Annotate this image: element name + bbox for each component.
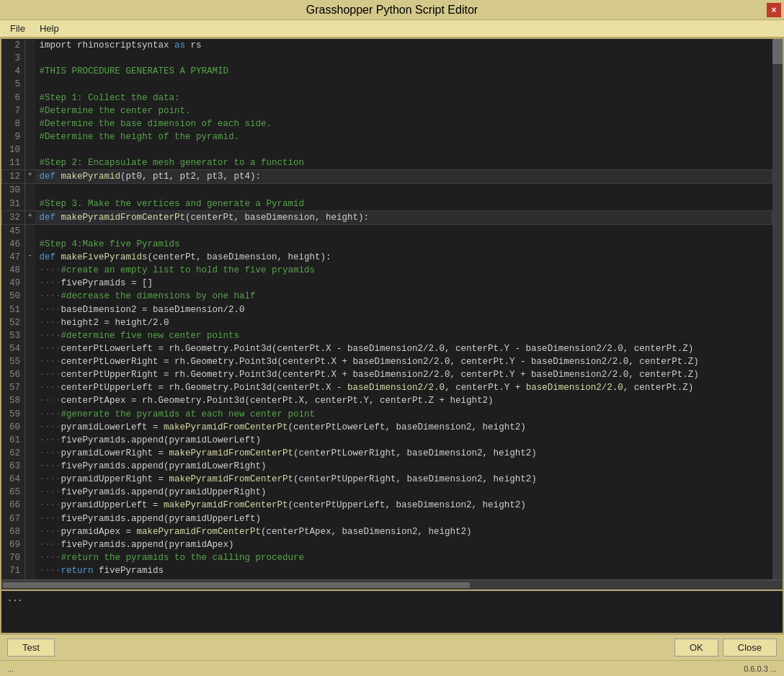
table-row: 46#Step 4:Make five Pyramids bbox=[2, 238, 772, 251]
fold-indicator bbox=[25, 238, 35, 251]
code-line bbox=[35, 143, 772, 156]
table-row: 64····pyramidUpperRight = makePyramidFro… bbox=[2, 473, 772, 486]
code-line: ····pyramidUpperLeft = makePyramidFromCe… bbox=[35, 499, 772, 512]
line-number: 47 bbox=[2, 251, 25, 264]
fold-indicator bbox=[25, 368, 35, 381]
code-line bbox=[35, 224, 772, 238]
fold-indicator[interactable]: + bbox=[25, 170, 35, 184]
line-number: 69 bbox=[2, 538, 25, 551]
fold-indicator bbox=[25, 355, 35, 368]
line-number: 6 bbox=[2, 92, 25, 104]
line-number: 70 bbox=[2, 551, 25, 564]
fold-indicator bbox=[25, 525, 35, 538]
fold-indicator bbox=[25, 473, 35, 486]
code-line bbox=[35, 52, 772, 65]
code-line: def makeFivePyramids(centerPt, baseDimen… bbox=[35, 251, 772, 264]
line-number: 11 bbox=[2, 156, 25, 170]
fold-indicator bbox=[25, 277, 35, 290]
title-bar: Grasshopper Python Script Editor × bbox=[0, 0, 784, 20]
line-number: 7 bbox=[2, 104, 25, 117]
fold-indicator bbox=[25, 447, 35, 460]
fold-indicator[interactable]: - bbox=[25, 251, 35, 264]
code-line bbox=[35, 577, 772, 579]
code-line: ····#generate the pyramids at each new c… bbox=[35, 408, 772, 421]
code-line: ····fivePyramids.append(pyramidUpperRigh… bbox=[35, 486, 772, 499]
fold-indicator bbox=[25, 104, 35, 117]
test-button[interactable]: Test bbox=[7, 639, 55, 657]
line-number: 68 bbox=[2, 525, 25, 538]
code-line: ····centerPtLowerLeft = rh.Geometry.Poin… bbox=[35, 342, 772, 355]
code-line: def makePyramid(pt0, pt1, pt2, pt3, pt4)… bbox=[35, 170, 772, 184]
code-line: ····pyramidLowerLeft = makePyramidFromCe… bbox=[35, 421, 772, 434]
table-row: 61····fivePyramids.append(pyramidLowerLe… bbox=[2, 434, 772, 447]
code-line: ····pyramidLowerRight = makePyramidFromC… bbox=[35, 447, 772, 460]
line-number: 63 bbox=[2, 460, 25, 473]
table-row: 68····pyramidApex = makePyramidFromCente… bbox=[2, 525, 772, 538]
table-row: 58····centerPtApex = rh.Geometry.Point3d… bbox=[2, 394, 772, 407]
table-row: 48····#create an empty list to hold the … bbox=[2, 264, 772, 277]
scrollbar-thumb[interactable] bbox=[772, 39, 783, 64]
fold-indicator bbox=[25, 460, 35, 473]
code-line: ····fivePyramids.append(pyramidLowerLeft… bbox=[35, 434, 772, 447]
status-right: 0.6.0.3 ... bbox=[744, 664, 777, 673]
window-title: Grasshopper Python Script Editor bbox=[306, 4, 478, 17]
fold-indicator[interactable]: + bbox=[25, 210, 35, 224]
h-thumb[interactable] bbox=[3, 582, 470, 588]
line-number: 72 bbox=[2, 577, 25, 579]
line-number: 66 bbox=[2, 499, 25, 512]
table-row: 69····fivePyramids.append(pyramidApex) bbox=[2, 538, 772, 551]
fold-indicator bbox=[25, 342, 35, 355]
menu-file[interactable]: File bbox=[3, 22, 32, 35]
line-number: 2 bbox=[2, 39, 25, 52]
line-number: 55 bbox=[2, 355, 25, 368]
table-row: 71····return fivePyramids bbox=[2, 564, 772, 577]
output-text: ... bbox=[7, 594, 23, 604]
code-line: import rhinoscriptsyntax as rs bbox=[35, 39, 772, 52]
right-buttons: OK Close bbox=[674, 639, 777, 657]
fold-indicator bbox=[25, 52, 35, 65]
table-row: 66····pyramidUpperLeft = makePyramidFrom… bbox=[2, 499, 772, 512]
table-row: 45 bbox=[2, 224, 772, 238]
status-bar: ... 0.6.0.3 ... bbox=[0, 660, 784, 676]
fold-indicator bbox=[25, 65, 35, 78]
window-close-button[interactable]: × bbox=[767, 3, 781, 17]
line-number: 9 bbox=[2, 130, 25, 143]
code-line: #Step 2: Encapsulate mesh generator to a… bbox=[35, 156, 772, 170]
fold-indicator bbox=[25, 512, 35, 525]
menu-help[interactable]: Help bbox=[32, 22, 66, 35]
close-button[interactable]: Close bbox=[723, 639, 777, 657]
line-number: 53 bbox=[2, 329, 25, 342]
vertical-scrollbar[interactable] bbox=[772, 39, 783, 579]
fold-indicator bbox=[25, 117, 35, 130]
line-number: 31 bbox=[2, 197, 25, 211]
table-row: 72 bbox=[2, 577, 772, 579]
code-line: def makePyramidFromCenterPt(centerPt, ba… bbox=[35, 210, 772, 224]
line-number: 49 bbox=[2, 277, 25, 290]
code-line: #Step 3. Make the vertices and generate … bbox=[35, 197, 772, 211]
line-number: 48 bbox=[2, 264, 25, 277]
line-number: 56 bbox=[2, 368, 25, 381]
table-row: 51····baseDimension2 = baseDimension/2.0 bbox=[2, 303, 772, 316]
code-line: ····centerPtUpperLeft = rh.Geometry.Poin… bbox=[35, 381, 772, 394]
table-row: 2import rhinoscriptsyntax as rs bbox=[2, 39, 772, 52]
line-number: 54 bbox=[2, 342, 25, 355]
line-number: 65 bbox=[2, 486, 25, 499]
line-number: 3 bbox=[2, 52, 25, 65]
table-row: 52····height2 = height/2.0 bbox=[2, 316, 772, 329]
ok-button[interactable]: OK bbox=[674, 639, 718, 657]
code-line: #Determine the base dimension of each si… bbox=[35, 117, 772, 130]
code-scroll[interactable]: 2import rhinoscriptsyntax as rs34#THIS P… bbox=[1, 39, 772, 579]
table-row: 65····fivePyramids.append(pyramidUpperRi… bbox=[2, 486, 772, 499]
code-line bbox=[35, 78, 772, 91]
table-row: 63····fivePyramids.append(pyramidLowerRi… bbox=[2, 460, 772, 473]
horizontal-scrollbar[interactable] bbox=[1, 579, 783, 590]
fold-indicator bbox=[25, 92, 35, 104]
code-line: ····#return the pyramids to the calling … bbox=[35, 551, 772, 564]
table-row: 60····pyramidLowerLeft = makePyramidFrom… bbox=[2, 421, 772, 434]
code-line: #THIS PROCEDURE GENERATES A PYRAMID bbox=[35, 65, 772, 78]
fold-indicator bbox=[25, 290, 35, 303]
code-line: ····#determine five new center points bbox=[35, 329, 772, 342]
table-row: 12+def makePyramid(pt0, pt1, pt2, pt3, p… bbox=[2, 170, 772, 184]
line-number: 32 bbox=[2, 210, 25, 224]
fold-indicator bbox=[25, 303, 35, 316]
